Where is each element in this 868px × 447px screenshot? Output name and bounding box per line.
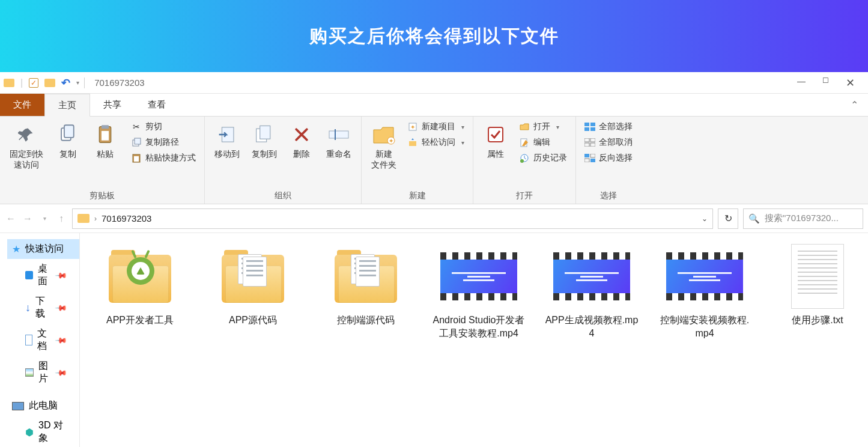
new-folder-icon: ✦ bbox=[372, 123, 396, 147]
search-input[interactable]: 🔍 搜索"701697320... bbox=[743, 208, 863, 229]
pin-quick-access-button[interactable]: 固定到快 速访问 bbox=[6, 120, 47, 172]
search-placeholder: 搜索"701697320... bbox=[765, 213, 839, 224]
refresh-button[interactable]: ↻ bbox=[718, 208, 738, 229]
sidebar-3d-objects[interactable]: ⬢3D 对象 bbox=[7, 416, 79, 447]
move-to-button[interactable]: 移动到 bbox=[211, 120, 243, 162]
paste-button[interactable]: 粘贴 bbox=[89, 120, 121, 162]
svg-rect-28 bbox=[590, 138, 595, 142]
copy-icon bbox=[56, 123, 80, 147]
properties-button[interactable]: 属性 bbox=[479, 120, 512, 162]
svg-rect-3 bbox=[102, 125, 109, 129]
svg-text:✦: ✦ bbox=[410, 124, 415, 130]
svg-rect-29 bbox=[584, 143, 589, 147]
banner-text: 购买之后你将会得到以下文件 bbox=[309, 24, 559, 49]
promo-banner: 购买之后你将会得到以下文件 bbox=[0, 0, 868, 72]
copy-to-button[interactable]: 复制到 bbox=[248, 120, 281, 162]
file-list[interactable]: APP开发者工具APP源代码控制端源代码Android Studio开发者工具安… bbox=[80, 233, 868, 447]
folder-icon bbox=[222, 250, 284, 303]
svg-rect-18 bbox=[409, 141, 416, 146]
address-bar[interactable]: › 7016973203 ⌄ bbox=[72, 208, 713, 229]
folder-icon bbox=[77, 214, 90, 223]
tab-share[interactable]: 共享 bbox=[90, 94, 135, 116]
chevron-right-icon: › bbox=[94, 214, 97, 223]
tab-file[interactable]: 文件 bbox=[0, 94, 44, 116]
history-button[interactable]: 历史记录 bbox=[517, 151, 569, 165]
breadcrumb-path[interactable]: 7016973203 bbox=[102, 213, 151, 224]
properties-icon bbox=[484, 123, 508, 147]
cut-button[interactable]: ✂剪切 bbox=[129, 120, 198, 133]
svg-rect-1 bbox=[64, 125, 74, 138]
copy-path-icon bbox=[131, 137, 142, 148]
navigation-bar: ← → ▾ ↑ › 7016973203 ⌄ ↻ 🔍 搜索"701697320.… bbox=[0, 204, 868, 233]
invert-selection-button[interactable]: 反向选择 bbox=[582, 151, 635, 165]
folder-icon[interactable] bbox=[44, 79, 55, 87]
sidebar-documents[interactable]: 文档 📌 bbox=[7, 324, 79, 356]
file-item[interactable]: Android Studio开发者工具安装教程.mp4 bbox=[431, 244, 527, 339]
close-button[interactable]: ✕ bbox=[846, 76, 855, 90]
video-icon bbox=[553, 252, 630, 300]
easy-access-button[interactable]: 轻松访问▾ bbox=[405, 136, 467, 149]
document-icon bbox=[25, 335, 32, 345]
rename-icon bbox=[327, 123, 351, 147]
nav-back-button[interactable]: ← bbox=[5, 213, 17, 225]
file-item[interactable]: 使用步骤.txt bbox=[769, 244, 866, 327]
select-all-button[interactable]: 全部选择 bbox=[582, 120, 635, 133]
sidebar-pictures[interactable]: 图片 📌 bbox=[7, 356, 79, 389]
nav-recent-button[interactable]: ▾ bbox=[38, 213, 50, 225]
new-folder-button[interactable]: ✦ 新建 文件夹 bbox=[368, 120, 400, 172]
svg-rect-26 bbox=[590, 127, 595, 131]
file-item[interactable]: 控制端安装视频教程.mp4 bbox=[657, 244, 753, 339]
invert-selection-icon bbox=[584, 153, 595, 163]
copy-path-button[interactable]: 复制路径 bbox=[129, 136, 198, 149]
svg-rect-33 bbox=[584, 159, 589, 162]
delete-icon bbox=[290, 123, 314, 147]
nav-forward-button[interactable]: → bbox=[22, 213, 34, 225]
pin-icon: 📌 bbox=[55, 301, 68, 314]
workspace: ★ 快速访问 桌面 📌 ↓下载 📌 文档 📌 图片 📌 此电脑 ⬢3D 对象 视… bbox=[0, 233, 868, 447]
nav-up-button[interactable]: ↑ bbox=[55, 213, 67, 225]
copy-button[interactable]: 复制 bbox=[52, 120, 84, 162]
svg-rect-24 bbox=[590, 123, 595, 126]
pin-icon: 📌 bbox=[55, 333, 68, 347]
file-item[interactable]: APP开发者工具 bbox=[92, 244, 188, 327]
svg-rect-31 bbox=[584, 154, 589, 157]
sidebar-this-pc[interactable]: 此电脑 bbox=[7, 396, 79, 416]
file-name: APP生成视频教程.mp4 bbox=[544, 314, 640, 339]
select-all-icon bbox=[584, 121, 595, 132]
open-button[interactable]: 打开▾ bbox=[517, 120, 569, 133]
svg-rect-4 bbox=[102, 131, 109, 141]
delete-button[interactable]: 删除 bbox=[285, 120, 318, 162]
select-none-button[interactable]: 全部取消 bbox=[582, 136, 635, 149]
minimize-button[interactable]: — bbox=[797, 76, 806, 90]
tab-view[interactable]: 查看 bbox=[135, 94, 179, 116]
download-icon: ↓ bbox=[25, 302, 31, 314]
sidebar-downloads[interactable]: ↓下载 📌 bbox=[7, 291, 79, 324]
tab-home[interactable]: 主页 bbox=[44, 94, 90, 117]
file-name: APP开发者工具 bbox=[106, 314, 174, 327]
easy-access-icon bbox=[407, 137, 418, 148]
paste-shortcut-button[interactable]: 粘贴快捷方式 bbox=[129, 151, 198, 165]
file-item[interactable]: APP源代码 bbox=[205, 244, 301, 327]
svg-rect-23 bbox=[584, 123, 589, 126]
quick-access-toolbar: | ✓ ↶ ▾ bbox=[4, 76, 79, 90]
edit-button[interactable]: 编辑 bbox=[517, 136, 569, 149]
rename-button[interactable]: 重命名 bbox=[323, 120, 355, 162]
svg-point-22 bbox=[520, 159, 524, 163]
sidebar-desktop[interactable]: 桌面 📌 bbox=[7, 259, 79, 291]
collapse-ribbon-button[interactable]: ⌃ bbox=[851, 94, 868, 116]
svg-rect-32 bbox=[590, 154, 595, 157]
pin-icon: 📌 bbox=[55, 269, 68, 282]
file-name: 控制端安装视频教程.mp4 bbox=[657, 314, 753, 339]
ribbon-group-new: ✦ 新建 文件夹 ✦新建项目▾ 轻松访问▾ 新建 bbox=[362, 117, 473, 204]
folder-icon[interactable] bbox=[4, 79, 14, 87]
new-item-button[interactable]: ✦新建项目▾ bbox=[405, 120, 467, 133]
ribbon-group-open: 属性 打开▾ 编辑 历史记录 打开 bbox=[473, 117, 576, 204]
ribbon: 固定到快 速访问 复制 粘贴 ✂剪切 复制路径 粘贴快捷方式 剪贴板 移动到 bbox=[0, 117, 868, 204]
file-item[interactable]: APP生成视频教程.mp4 bbox=[544, 244, 640, 339]
maximize-button[interactable]: ☐ bbox=[822, 76, 829, 90]
file-item[interactable]: 控制端源代码 bbox=[318, 244, 414, 327]
chevron-down-icon[interactable]: ⌄ bbox=[702, 214, 708, 223]
undo-icon[interactable]: ↶ bbox=[61, 76, 70, 90]
checkbox-icon[interactable]: ✓ bbox=[29, 78, 38, 88]
sidebar-quick-access[interactable]: ★ 快速访问 bbox=[7, 239, 79, 259]
